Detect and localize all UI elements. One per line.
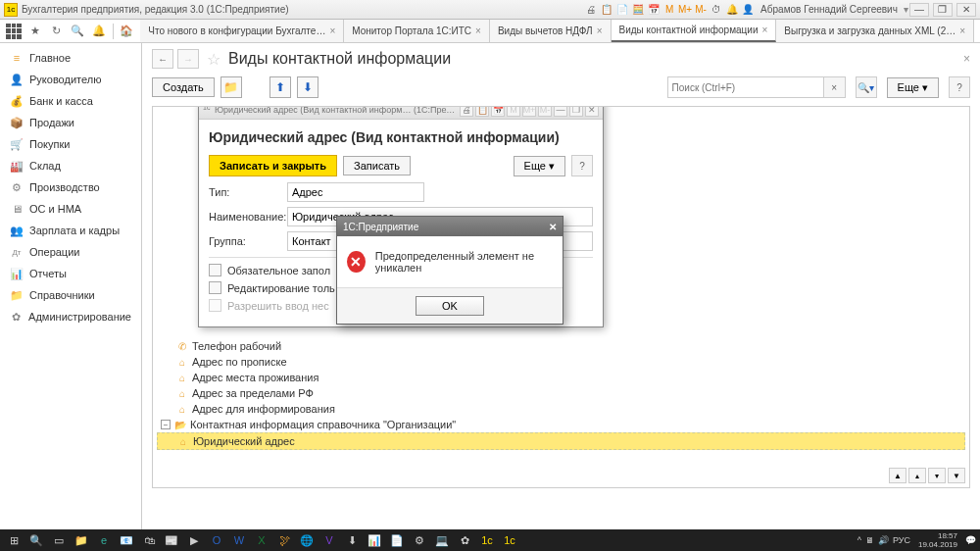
titlebar-icon[interactable]: M- <box>694 3 708 17</box>
taskbar-app[interactable]: O <box>207 531 226 549</box>
tree-item[interactable]: ⌂Адрес для информирования <box>157 401 965 417</box>
taskbar-app[interactable]: ⚙ <box>410 531 429 549</box>
close-button[interactable]: ✕ <box>956 3 976 17</box>
home-tab[interactable]: 🏠 <box>120 24 135 39</box>
tab-close-icon[interactable]: × <box>597 25 603 36</box>
scroll-top-button[interactable]: ▲ <box>889 468 906 483</box>
apps-menu-icon[interactable] <box>6 24 22 39</box>
system-tray[interactable]: ^ 🖥 🔊 РУС 18:57 19.04.2019 💬 <box>858 531 976 549</box>
maximize-button[interactable]: ❐ <box>933 3 953 17</box>
sidebar-item-reports[interactable]: 📊Отчеты <box>0 263 141 284</box>
taskbar-app[interactable]: V <box>319 531 339 549</box>
sidebar-item-purchases[interactable]: 🛒Покупки <box>0 133 141 155</box>
sidebar-item-production[interactable]: ⚙Производство <box>0 176 141 198</box>
help-button[interactable]: ? <box>949 76 970 98</box>
taskbar-app[interactable]: 📁 <box>72 531 91 549</box>
dialog-help-button[interactable]: ? <box>571 155 593 176</box>
tree-view[interactable]: ✆Телефон рабочий ⌂Адрес по прописке ⌂Адр… <box>152 106 970 488</box>
titlebar-icon[interactable]: 🔔 <box>725 3 739 17</box>
tab-close-icon[interactable]: × <box>959 25 965 36</box>
taskbar-app[interactable]: 💻 <box>432 531 452 549</box>
dialog-more-button[interactable]: Еще ▾ <box>514 156 565 176</box>
error-close-button[interactable]: ✕ <box>549 222 557 232</box>
favorite-icon[interactable]: ☆ <box>207 50 220 69</box>
tray-chevron-icon[interactable]: ^ <box>858 535 861 545</box>
sidebar-item-admin[interactable]: ✿Администрирование <box>0 306 141 327</box>
tray-volume-icon[interactable]: 🔊 <box>878 535 889 545</box>
nav-forward-button[interactable]: → <box>177 49 199 69</box>
sidebar-item-operations[interactable]: ДтОперации <box>0 241 141 263</box>
save-and-close-button[interactable]: Записать и закрыть <box>209 155 337 176</box>
collapse-icon[interactable]: − <box>161 420 171 429</box>
create-folder-button[interactable]: 📁 <box>220 76 242 98</box>
taskbar-app[interactable]: W <box>229 531 249 549</box>
tree-item[interactable]: ✆Телефон рабочий <box>157 338 965 354</box>
tab[interactable]: Что нового в конфигурации Бухгалте…× <box>140 20 344 42</box>
dialog-close-button[interactable]: ✕ <box>585 106 599 117</box>
taskview-button[interactable]: ▭ <box>49 531 69 549</box>
titlebar-icon[interactable]: 🖨 <box>584 3 598 17</box>
sidebar-item-manager[interactable]: 👤Руководителю <box>0 69 141 90</box>
taskbar-app[interactable]: e <box>94 531 114 549</box>
required-checkbox[interactable] <box>209 264 221 276</box>
taskbar-app[interactable]: 📊 <box>365 531 384 549</box>
tab[interactable]: Виды вычетов НДФЛ× <box>490 20 612 42</box>
titlebar-icon[interactable]: ⏱ <box>710 3 723 17</box>
tab-close-icon[interactable]: × <box>761 25 767 35</box>
search-go-button[interactable]: 🔍▾ <box>856 76 877 98</box>
nav-back-button[interactable]: ← <box>152 49 173 69</box>
error-titlebar[interactable]: 1С:Предприятие ✕ <box>337 217 563 236</box>
save-button[interactable]: Записать <box>343 156 411 175</box>
titlebar-icon[interactable]: 📋 <box>600 3 613 17</box>
edit-only-checkbox[interactable] <box>209 281 221 294</box>
taskbar-app[interactable]: 1c <box>477 531 497 549</box>
sidebar-item-assets[interactable]: 🖥ОС и НМА <box>0 198 141 220</box>
ok-button[interactable]: OK <box>416 296 484 316</box>
tree-item[interactable]: ⌂Адрес за пределами РФ <box>157 385 965 401</box>
page-close-icon[interactable]: × <box>963 52 970 66</box>
titlebar-icon[interactable]: 📄 <box>615 3 629 17</box>
titlebar-icon[interactable]: M+ <box>678 3 692 17</box>
taskbar-app[interactable]: 🛍 <box>139 531 159 549</box>
search-button[interactable]: 🔍 <box>26 531 46 549</box>
scroll-up-button[interactable]: ▴ <box>908 468 926 483</box>
tree-folder[interactable]: −📂Контактная информация справочника "Орг… <box>157 417 965 432</box>
taskbar-app[interactable]: 📰 <box>162 531 181 549</box>
scroll-down-button[interactable]: ▾ <box>928 468 946 483</box>
create-button[interactable]: Создать <box>152 77 215 97</box>
search-input[interactable] <box>667 76 824 98</box>
clock[interactable]: 18:57 19.04.2019 <box>918 531 957 549</box>
current-user[interactable]: Абрамов Геннадий Сергеевич <box>760 4 898 15</box>
sidebar-item-catalogs[interactable]: 📁Справочники <box>0 284 141 306</box>
star-icon[interactable]: ★ <box>27 24 43 39</box>
tree-item[interactable]: ⌂Адрес места проживания <box>157 370 965 385</box>
sidebar-item-hr[interactable]: 👥Зарплата и кадры <box>0 220 141 241</box>
dialog-maximize-button[interactable]: ❐ <box>569 106 583 117</box>
tab[interactable]: Выгрузка и загрузка данных XML (2…× <box>776 20 974 42</box>
dialog-icon[interactable]: 🖨 <box>460 106 473 117</box>
start-button[interactable]: ⊞ <box>4 531 24 549</box>
scroll-bottom-button[interactable]: ▼ <box>948 468 965 483</box>
type-field[interactable] <box>287 182 424 202</box>
sidebar-item-bank[interactable]: 💰Банк и касса <box>0 90 141 112</box>
titlebar-icon[interactable]: 🧮 <box>631 3 645 17</box>
tab-active[interactable]: Виды контактной информации× <box>612 20 777 42</box>
tab[interactable]: Монитор Портала 1С:ИТС× <box>344 20 490 42</box>
taskbar-app[interactable]: 🕊 <box>274 531 294 549</box>
notify-icon[interactable]: 🔔 <box>91 24 107 39</box>
sidebar-item-sales[interactable]: 📦Продажи <box>0 112 141 133</box>
dialog-icon[interactable]: M- <box>538 106 552 117</box>
dialog-icon[interactable]: 📅 <box>491 106 505 117</box>
taskbar-app[interactable]: ▶ <box>184 531 204 549</box>
tray-lang[interactable]: РУС <box>893 535 910 545</box>
search-clear-button[interactable]: × <box>824 76 846 98</box>
taskbar-app[interactable]: ⬇ <box>342 531 362 549</box>
tree-item-selected[interactable]: ⌂Юридический адрес <box>157 432 965 450</box>
taskbar-app[interactable]: 🌐 <box>297 531 317 549</box>
taskbar-app[interactable]: 1c <box>500 531 519 549</box>
user-avatar-icon[interactable]: 👤 <box>741 3 755 17</box>
sidebar-item-main[interactable]: ≡Главное <box>0 47 141 69</box>
more-button[interactable]: Еще ▾ <box>887 77 939 98</box>
tray-icon[interactable]: 🖥 <box>865 535 874 545</box>
dialog-icon[interactable]: 📋 <box>475 106 489 117</box>
